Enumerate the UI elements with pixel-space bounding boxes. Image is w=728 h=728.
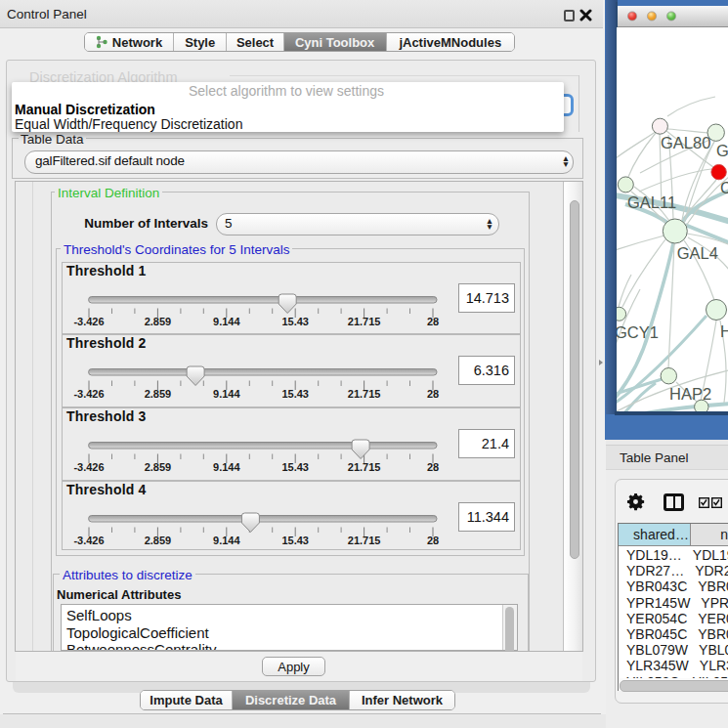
svg-text:2.859: 2.859 [145,461,172,473]
svg-text:GAL4: GAL4 [677,244,718,262]
svg-text:9.144: 9.144 [213,388,240,400]
svg-text:28: 28 [427,316,439,327]
svg-text:-3.426: -3.426 [73,316,104,327]
svg-text:28: 28 [427,535,439,546]
svg-text:-3.426: -3.426 [73,535,104,546]
svg-text:21.715: 21.715 [348,316,381,327]
svg-text:2.859: 2.859 [145,535,172,546]
svg-text:G.: G. [716,142,728,159]
svg-text:15.43: 15.43 [281,461,309,473]
svg-text:-3.426: -3.426 [73,461,104,473]
svg-text:21.715: 21.715 [348,461,381,473]
svg-text:15.43: 15.43 [281,535,309,546]
svg-text:28: 28 [427,461,439,473]
svg-text:9.144: 9.144 [213,316,240,327]
svg-text:9.144: 9.144 [213,461,240,473]
svg-text:H: H [720,322,728,340]
svg-text:2.859: 2.859 [145,316,172,327]
svg-text:28: 28 [427,388,439,400]
svg-text:2.859: 2.859 [145,388,172,400]
svg-text:GCY1: GCY1 [617,323,659,341]
svg-text:-3.426: -3.426 [73,388,104,400]
svg-text:GAL80: GAL80 [661,134,710,151]
svg-text:9.144: 9.144 [213,535,240,546]
svg-text:GAL11: GAL11 [627,193,676,211]
svg-text:21.715: 21.715 [348,535,381,546]
svg-text:15.43: 15.43 [281,316,309,327]
svg-text:C: C [720,179,728,196]
svg-text:15.43: 15.43 [281,388,309,400]
svg-text:21.715: 21.715 [348,388,381,400]
svg-text:HAP2: HAP2 [669,385,711,403]
